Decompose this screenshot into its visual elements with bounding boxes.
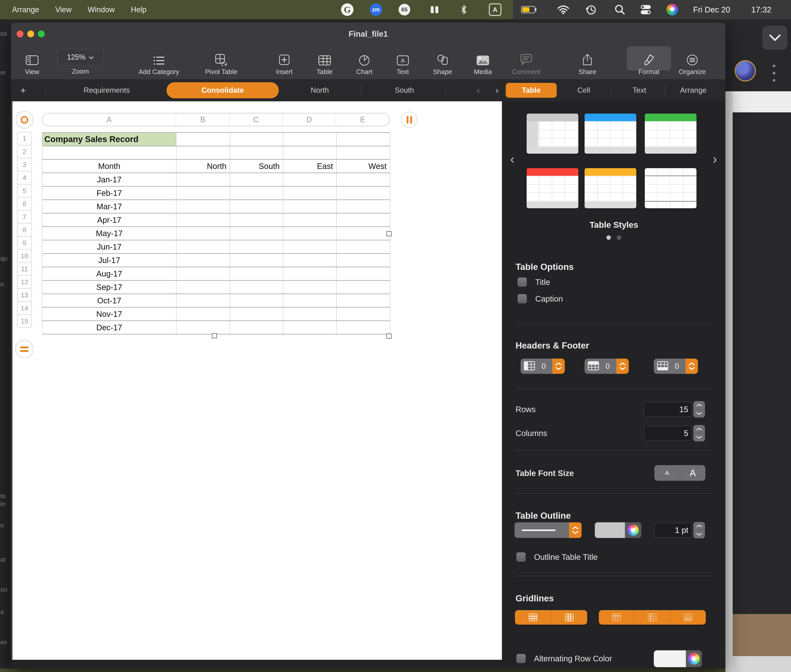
cell-E10[interactable]: [337, 254, 390, 267]
row-header-column[interactable]: 123456789101112131415: [17, 132, 32, 328]
cell-E4[interactable]: [337, 173, 390, 186]
cell-D13[interactable]: [283, 294, 337, 307]
add-column-handle[interactable]: [401, 112, 417, 128]
inspector-tab-table[interactable]: Table: [506, 83, 557, 98]
stepper-arrows[interactable]: [552, 358, 565, 374]
outline-width-stepper[interactable]: [693, 522, 705, 538]
vertical-gridlines-button[interactable]: [551, 610, 587, 625]
cell-A7[interactable]: Apr-17: [42, 213, 177, 226]
column-header-E[interactable]: E: [336, 114, 389, 126]
zoom-app-icon[interactable]: zm: [370, 0, 382, 19]
row-header-2[interactable]: 2: [17, 145, 32, 158]
airpods-icon[interactable]: [431, 0, 438, 19]
cell-A15[interactable]: Dec-17: [42, 321, 177, 334]
toolbar-comment-button[interactable]: Comment: [493, 45, 559, 79]
row-header-11[interactable]: 11: [17, 262, 32, 276]
inspector-tab-arrange[interactable]: Arrange: [680, 79, 706, 101]
more-options-icon[interactable]: [773, 65, 775, 67]
cell-E14[interactable]: [337, 307, 390, 320]
row-header-7[interactable]: 7: [17, 210, 32, 224]
cell-A13[interactable]: Oct-17: [42, 294, 177, 307]
cell-C10[interactable]: [230, 254, 283, 267]
table-style-gray-header-style[interactable]: [527, 114, 578, 154]
row-header-6[interactable]: 6: [17, 197, 32, 211]
cell-C9[interactable]: [230, 240, 283, 253]
color-picker-button[interactable]: [686, 650, 702, 667]
horizontal-gridlines-button[interactable]: [515, 610, 551, 625]
cell-A14[interactable]: Nov-17: [42, 307, 177, 320]
battery-65-icon[interactable]: 65: [399, 0, 410, 19]
more-options-icon[interactable]: [773, 79, 775, 82]
selection-handle-bottom[interactable]: [212, 333, 217, 338]
cell-A10[interactable]: Jul-17: [42, 254, 177, 267]
cell-D6[interactable]: [283, 200, 337, 213]
caption-checkbox[interactable]: [518, 294, 527, 303]
cell-D8[interactable]: [283, 227, 337, 240]
cell-D15[interactable]: [283, 321, 337, 334]
menu-item-arrange[interactable]: Arrange: [12, 5, 39, 14]
cell-A11[interactable]: Aug-17: [42, 267, 177, 280]
cell-C8[interactable]: [230, 227, 283, 240]
cell-A5[interactable]: Feb-17: [42, 187, 177, 200]
row-header-5[interactable]: 5: [17, 184, 32, 197]
line-style-stepper[interactable]: [569, 522, 582, 538]
cell-E5[interactable]: [337, 187, 390, 200]
row-header-15[interactable]: 15: [17, 314, 32, 328]
header-row-gridlines-button[interactable]: [599, 610, 634, 625]
cell-A12[interactable]: Sep-17: [42, 281, 177, 294]
cell-B6[interactable]: [177, 200, 230, 213]
column-header-D[interactable]: D: [283, 114, 336, 126]
more-options-icon[interactable]: [773, 72, 775, 74]
toolbar-add-category-button[interactable]: Add Category: [126, 45, 192, 79]
cell-D5[interactable]: [283, 187, 337, 200]
prev-sheets-icon[interactable]: ‹: [477, 79, 480, 101]
sheet-tab-requirements[interactable]: Requirements: [84, 79, 130, 101]
cell-E8[interactable]: [337, 227, 390, 240]
sheet-tab-consolidate[interactable]: Consolidate: [166, 82, 279, 98]
menu-item-help[interactable]: Help: [131, 5, 147, 14]
cell-D10[interactable]: [283, 254, 337, 267]
color-picker-button[interactable]: [625, 522, 641, 538]
cell-C13[interactable]: [230, 294, 283, 307]
cell-A3[interactable]: Month: [42, 160, 177, 173]
toolbar-zoom-button[interactable]: 125%Zoom: [47, 45, 113, 79]
cell-D2[interactable]: [283, 146, 337, 159]
menu-date[interactable]: Fri Dec 20: [693, 0, 730, 19]
cell-E11[interactable]: [337, 267, 390, 280]
sheet-tab-north[interactable]: North: [311, 79, 329, 101]
toolbar-pivot-table-button[interactable]: Pivot Table: [188, 45, 254, 79]
add-row-handle[interactable]: [15, 340, 33, 358]
cell-D3[interactable]: East: [283, 160, 337, 173]
cell-B11[interactable]: [177, 267, 230, 280]
toolbar-organize-button[interactable]: Organize: [659, 45, 725, 79]
sheet-tab-south[interactable]: South: [395, 79, 414, 101]
header-columns-stepper[interactable]: 0: [521, 358, 565, 374]
cell-B15[interactable]: [177, 321, 230, 334]
battery-icon[interactable]: [521, 0, 535, 19]
wifi-icon[interactable]: [557, 0, 569, 19]
stepper-arrows[interactable]: [686, 358, 698, 374]
page-dot-2[interactable]: [617, 235, 621, 240]
row-header-1[interactable]: 1: [17, 132, 32, 145]
cell-A6[interactable]: Mar-17: [42, 200, 177, 213]
rows-stepper[interactable]: [693, 401, 705, 418]
cell-B13[interactable]: [177, 294, 230, 307]
cell-B7[interactable]: [177, 213, 230, 226]
cell-C4[interactable]: [230, 173, 283, 186]
avatar[interactable]: [735, 60, 756, 82]
siri-icon[interactable]: [666, 0, 678, 19]
cell-D12[interactable]: [283, 281, 337, 294]
control-center-icon[interactable]: [641, 0, 651, 19]
increase-font-button[interactable]: A: [680, 467, 705, 478]
row-header-12[interactable]: 12: [17, 275, 32, 289]
table-style-blue-header-style[interactable]: [585, 114, 636, 154]
cell-D1[interactable]: [283, 133, 337, 146]
columns-stepper[interactable]: [693, 425, 705, 442]
cell-B4[interactable]: [177, 173, 230, 186]
current-color-swatch[interactable]: [654, 650, 686, 667]
cell-E3[interactable]: West: [337, 160, 390, 173]
column-header-B[interactable]: B: [176, 114, 230, 126]
cell-E7[interactable]: [337, 213, 390, 226]
cell-E2[interactable]: [337, 146, 390, 159]
table-grid[interactable]: Company Sales RecordMonthNorthSouthEastW…: [42, 132, 390, 334]
